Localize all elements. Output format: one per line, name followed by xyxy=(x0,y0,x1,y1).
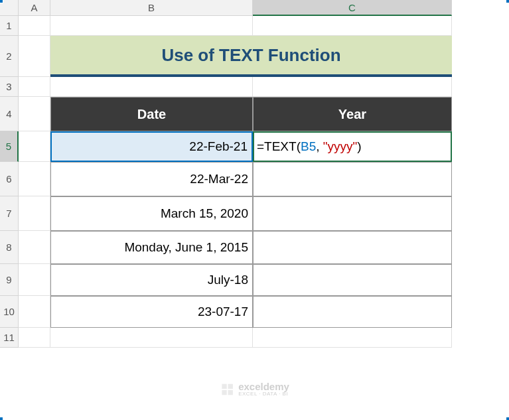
cell-C11[interactable] xyxy=(253,328,452,348)
cell-B5[interactable]: 22-Feb-21 xyxy=(50,131,253,162)
cell-A11[interactable] xyxy=(19,328,50,348)
cell-B11[interactable] xyxy=(50,328,253,348)
cell-A10[interactable] xyxy=(19,296,50,328)
cell-A7[interactable] xyxy=(19,196,50,231)
cell-A6[interactable] xyxy=(19,162,50,196)
cell-A8[interactable] xyxy=(19,231,50,264)
cell-A9[interactable] xyxy=(19,264,50,296)
